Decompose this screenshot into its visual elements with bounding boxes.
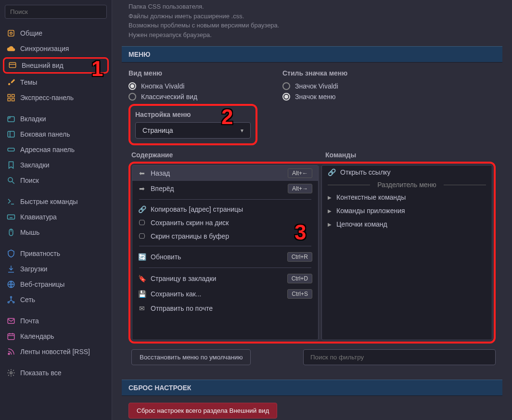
sidebar-item-19[interactable]: Ленты новостей [RSS] — [0, 344, 112, 359]
restore-menu-button[interactable]: Восстановить меню по умолчанию — [131, 349, 251, 365]
command-group-4[interactable]: ▶Цепочки команд — [322, 217, 492, 231]
reset-button[interactable]: Сброс настроек всего раздела Внешний вид — [128, 403, 277, 419]
sidebar-item-label: Закладки — [20, 161, 50, 169]
sidebar-item-label: Внешний вид — [22, 62, 64, 69]
content-list[interactable]: ⬅НазадAlt+←➡ВперёдAlt+→🔗Копировать [адре… — [132, 165, 319, 340]
svg-point-12 — [8, 178, 13, 182]
item-label: Открыть ссылку — [340, 168, 390, 176]
sidebar-item-label: Синхронизация — [20, 45, 69, 52]
item-icon: 🔗 — [138, 205, 146, 213]
menu-view-option-0[interactable]: Кнопка Vivaldi — [128, 81, 263, 91]
command-item-0[interactable]: 🔗Открыть ссылку — [322, 165, 492, 179]
commands-header: Команды — [325, 151, 356, 159]
content-item-0[interactable]: ⬅НазадAlt+← — [132, 165, 318, 181]
content-item-1[interactable]: ➡ВперёдAlt+→ — [132, 181, 318, 196]
icon-style-option-1[interactable]: Значок меню — [282, 91, 496, 102]
sidebar-item-label: Вкладки — [20, 115, 46, 123]
search-input[interactable] — [5, 5, 107, 19]
svg-rect-5 — [12, 94, 14, 97]
svg-point-1 — [10, 32, 13, 35]
sidebar-item-label: Общие — [20, 29, 42, 37]
sidebar-item-20[interactable]: Показать все — [0, 365, 112, 381]
content-item-9[interactable]: 🔖Страницу в закладкиCtrl+D — [132, 271, 318, 286]
svg-point-24 — [13, 302, 14, 303]
globe-icon — [7, 280, 15, 289]
shortcut-badge: Ctrl+R — [287, 252, 312, 262]
sidebar-item-11[interactable]: Клавиатура — [0, 209, 112, 225]
sidebar-item-0[interactable]: Общие — [0, 25, 112, 41]
sidebar-item-14[interactable]: Загрузки — [0, 261, 112, 277]
svg-point-23 — [8, 302, 9, 303]
chevron-right-icon: ▶ — [328, 222, 332, 227]
radio-label: Значок меню — [295, 93, 335, 101]
item-label: Назад — [151, 169, 170, 177]
chevron-right-icon: ▶ — [328, 208, 332, 214]
addressbar-icon — [7, 145, 15, 154]
sidebar-item-8[interactable]: Закладки — [0, 157, 112, 173]
sidebar-item-4[interactable]: Экспресс-панель — [0, 90, 112, 105]
svg-rect-4 — [8, 94, 10, 97]
item-icon: ✉ — [138, 305, 146, 312]
svg-rect-0 — [8, 30, 14, 36]
item-icon: ⬅ — [138, 169, 146, 177]
menu-view-option-1[interactable]: Классический вид — [128, 91, 263, 102]
sidebar-item-6[interactable]: Боковая панель — [0, 127, 112, 142]
sidebar-item-17[interactable]: Почта — [0, 313, 112, 329]
group-label: Команды приложения — [336, 207, 405, 215]
sidebar-item-label: Почта — [20, 317, 39, 325]
sidebar-item-12[interactable]: Мышь — [0, 225, 112, 240]
sidebar-item-9[interactable]: Поиск — [0, 173, 112, 188]
radio-label: Кнопка Vivaldi — [141, 82, 184, 90]
sidebar-item-18[interactable]: Календарь — [0, 329, 112, 344]
sidebar-item-1[interactable]: Синхронизация — [0, 41, 112, 56]
sidebar-item-label: Приватность — [20, 250, 60, 257]
download-icon — [7, 265, 15, 273]
sidebar-item-10[interactable]: Быстрые команды — [0, 194, 112, 209]
item-icon: 🖵 — [138, 232, 146, 240]
appearance-icon — [8, 61, 17, 70]
sidebar-item-7[interactable]: Адресная панель — [0, 142, 112, 157]
sidebar-item-5[interactable]: Вкладки — [0, 111, 112, 127]
shield-icon — [7, 249, 15, 258]
svg-point-22 — [11, 296, 12, 298]
content-item-4[interactable]: 🖵Сохранить скрин на диск — [132, 216, 318, 229]
filter-input[interactable] — [303, 349, 496, 365]
sidebar-item-13[interactable]: Приватность — [0, 246, 112, 261]
shortcut-badge: Alt+→ — [288, 184, 312, 193]
content-item-11[interactable]: ✉Отправить по почте — [132, 302, 318, 315]
radio-icon — [128, 82, 136, 90]
item-label: Страницу в закладки — [151, 275, 216, 282]
tabs-icon — [7, 115, 15, 123]
content-item-7[interactable]: 🔄ОбновитьCtrl+R — [132, 249, 318, 265]
sidebar-item-label: Мышь — [20, 229, 39, 236]
sidebar-item-label: Быстрые команды — [20, 198, 78, 205]
command-group-3[interactable]: ▶Команды приложения — [322, 204, 492, 217]
content-item-10[interactable]: 💾Сохранить как...Ctrl+S — [132, 286, 318, 302]
radio-label: Значок Vivaldi — [295, 82, 338, 90]
svg-line-13 — [12, 181, 14, 184]
quickcmd-icon — [7, 197, 15, 206]
sidebar-item-label: Клавиатура — [20, 213, 57, 221]
content-item-3[interactable]: 🔗Копировать [адрес] страницы — [132, 203, 318, 216]
menu-settings-dropdown[interactable]: Страница — [135, 122, 251, 139]
svg-rect-8 — [8, 117, 14, 122]
content-item-5[interactable]: 🖵Скрин страницы в буфер — [132, 229, 318, 243]
sidebar-item-15[interactable]: Веб-страницы — [0, 277, 112, 292]
item-label: Скрин страницы в буфер — [151, 232, 229, 240]
commands-list[interactable]: 🔗Открыть ссылкуРазделитель меню▶Контекст… — [321, 165, 492, 340]
group-label: Цепочки команд — [336, 220, 387, 228]
command-group-2[interactable]: ▶Контекстные команды — [322, 191, 492, 204]
menu-view-label: Вид меню — [128, 69, 263, 77]
shortcut-badge: Ctrl+D — [287, 274, 312, 283]
settings-main: Папка CSS пользователя. Файлы должны име… — [112, 0, 512, 420]
sidebar-item-label: Ленты новостей [RSS] — [20, 348, 90, 356]
mail-icon — [7, 317, 15, 325]
sidebar-item-3[interactable]: Темы — [0, 75, 112, 90]
sidebar-item-2[interactable]: Внешний вид — [3, 57, 109, 74]
panel-icon — [7, 130, 15, 139]
sidebar-item-16[interactable]: Сеть — [0, 292, 112, 307]
svg-rect-11 — [8, 148, 14, 151]
divider — [139, 199, 311, 200]
bookmark-icon — [7, 161, 15, 169]
icon-style-option-0[interactable]: Значок Vivaldi — [282, 81, 496, 91]
